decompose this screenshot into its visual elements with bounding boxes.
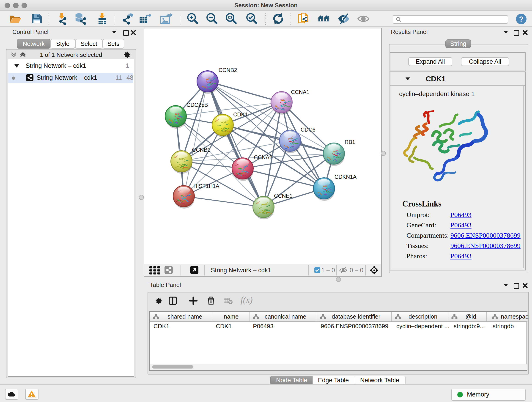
svg-text:CDK1: CDK1 (233, 111, 248, 118)
svg-text:?: ? (519, 15, 524, 23)
svg-text:CCNB1: CCNB1 (192, 147, 210, 153)
svg-text:HIST1H1A: HIST1H1A (193, 183, 219, 189)
svg-text:CDKN1A: CDKN1A (335, 174, 356, 180)
svg-text:CCNA1: CCNA1 (291, 89, 309, 95)
svg-text:CCNB2: CCNB2 (219, 67, 237, 73)
svg-text:CCNE1: CCNE1 (274, 193, 292, 199)
svg-text:CDC6: CDC6 (301, 127, 316, 133)
svg-text:RB1: RB1 (345, 139, 355, 145)
svg-text:CDC25B: CDC25B (186, 102, 208, 108)
svg-text:CCNA2: CCNA2 (254, 154, 272, 160)
